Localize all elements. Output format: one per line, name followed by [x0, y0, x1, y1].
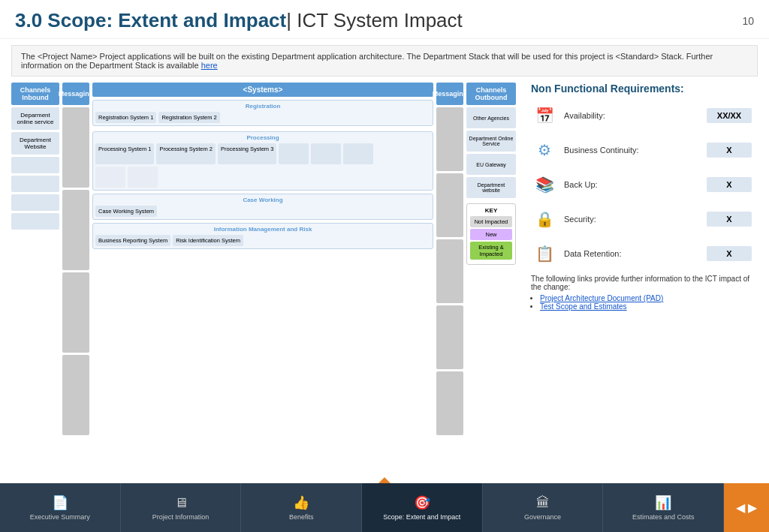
governance-icon: 🏛 [536, 495, 550, 511]
processing-section: Processing Processing System 1 Processin… [92, 131, 433, 191]
intro-link[interactable]: here [201, 61, 218, 70]
channel-item-5 [11, 194, 59, 211]
security-value: X [707, 212, 752, 227]
executive-summary-icon: 📄 [52, 494, 68, 511]
availability-icon: 📅 [531, 102, 558, 129]
bottom-nav: 📄 Executive Summary 🖥 Project Informatio… [0, 483, 769, 532]
nav-estimates[interactable]: 📊 Estimates and Costs [603, 483, 724, 532]
nfr-security: 🔒 Security: X [531, 206, 752, 233]
caseworking-section: Case Working Case Working System [92, 194, 433, 220]
imr-label: Information Management and Risk [95, 226, 430, 233]
proc-empty-3 [343, 143, 373, 164]
channels-inbound: Channels Inbound Deparment online servic… [11, 83, 59, 435]
outbound-agencies: Other Agencies [466, 107, 516, 128]
availability-label: Availability: [564, 111, 701, 120]
intro-section: The <Project Name> Project applications … [11, 45, 758, 77]
intro-text: The <Project Name> Project applications … [21, 52, 713, 70]
registration-section: Registration Registration System 1 Regis… [92, 100, 433, 126]
backup-label: Back Up: [564, 180, 701, 189]
key-existing-impacted: Existing & Impacted [470, 242, 512, 260]
availability-value: XX/XX [707, 108, 752, 123]
security-label: Security: [564, 215, 701, 224]
nfr-panel: Non Functional Requirements: 📅 Availabil… [525, 83, 758, 435]
out-msg-block-3 [436, 239, 463, 303]
nav-project-information[interactable]: 🖥 Project Information [121, 483, 242, 532]
messaging-block-1 [62, 107, 89, 188]
title-normal: ICT System Impact [291, 9, 463, 32]
business-continuity-label: Business Continuity: [564, 146, 701, 155]
caseworking-label: Case Working [95, 197, 430, 203]
proc-empty-2 [311, 143, 341, 164]
title-bold: 3.0 Scope: Extent and Impact [15, 9, 286, 32]
nav-governance-label: Governance [524, 513, 561, 521]
benefits-icon: 👍 [293, 494, 309, 511]
data-retention-icon: 📋 [531, 240, 558, 267]
key-not-impacted: Not Impacted [470, 216, 512, 227]
nav-executive-summary[interactable]: 📄 Executive Summary [0, 483, 121, 532]
processing-items: Processing System 1 Processing System 2 … [95, 143, 430, 164]
nfr-backup: 📚 Back Up: X [531, 171, 752, 198]
processing-label: Processing [95, 134, 430, 141]
outbound-area: Messaging Channels Outbound Other Agenci… [436, 83, 519, 435]
business-continuity-icon: ⚙ [531, 137, 558, 164]
next-arrow[interactable]: ▶ [748, 500, 757, 515]
nfr-links: The following links provide further info… [531, 275, 752, 311]
data-retention-label: Data Retention: [564, 249, 701, 258]
nfr-availability: 📅 Availability: XX/XX [531, 102, 752, 129]
messaging-left-header: Messaging [62, 83, 89, 105]
proc-sys-1: Processing System 1 [95, 143, 154, 164]
page-header: 3.0 Scope: Extent and Impact| ICT System… [0, 0, 769, 39]
pad-link[interactable]: Project Architecture Document (PAD) [540, 294, 663, 302]
channel-item-1: Deparment online service [11, 107, 59, 130]
channels-outbound-header: Channels Outbound [466, 83, 516, 105]
channel-item-2: Department Website [11, 132, 59, 155]
risk-id: Risk Identification System [173, 235, 243, 246]
messaging-block-3 [62, 272, 89, 353]
systems-header: <Systems> [92, 83, 433, 97]
test-scope-link[interactable]: Test Scope and Estimates [540, 302, 627, 311]
nav-scope-label: Scope: Extent and Impact [383, 513, 460, 521]
nfr-data-retention: 📋 Data Retention: X [531, 240, 752, 267]
biz-reporting: Business Reporting System [95, 235, 170, 246]
backup-value: X [707, 177, 752, 192]
case-sys-1: Case Working System [95, 206, 157, 217]
imr-items: Business Reporting System Risk Identific… [95, 235, 430, 246]
prev-arrow[interactable]: ◀ [736, 500, 745, 515]
channel-item-4 [11, 176, 59, 192]
backup-icon: 📚 [531, 171, 558, 198]
data-retention-value: X [707, 246, 752, 261]
key-new: New [470, 229, 512, 240]
proc-empty-5 [128, 167, 158, 188]
reg-sys-2: Registration System 2 [158, 112, 219, 123]
page-title: 3.0 Scope: Extent and Impact| ICT System… [15, 9, 463, 32]
nfr-title: Non Functional Requirements: [531, 83, 752, 95]
nav-benefits[interactable]: 👍 Benefits [241, 483, 362, 532]
nav-estimates-label: Estimates and Costs [632, 513, 695, 521]
scope-icon: 🎯 [414, 494, 430, 511]
main-content: Channels Inbound Deparment online servic… [11, 83, 758, 435]
caseworking-items: Case Working System [95, 206, 430, 217]
processing-row2 [95, 167, 430, 188]
key-title: KEY [470, 207, 512, 214]
title-separator: | [286, 9, 291, 32]
imr-section: Information Management and Risk Business… [92, 223, 433, 249]
nav-arrows[interactable]: ◀ ▶ [724, 483, 769, 532]
messaging-block-2 [62, 190, 89, 270]
out-msg-block-4 [436, 305, 463, 369]
nav-scope[interactable]: 🎯 Scope: Extent and Impact [362, 483, 483, 532]
nav-project-info-label: Project Information [152, 513, 210, 521]
nav-executive-summary-label: Executive Summary [30, 513, 90, 521]
proc-sys-3: Processing System 3 [218, 143, 276, 164]
channel-item-3 [11, 157, 59, 173]
nav-benefits-label: Benefits [289, 513, 314, 521]
key-box: KEY Not Impacted New Existing & Impacted [466, 203, 516, 265]
outbound-dept-online: Department Online Service [466, 131, 516, 152]
security-icon: 🔒 [531, 206, 558, 233]
out-msg-block-2 [436, 173, 463, 237]
nav-governance[interactable]: 🏛 Governance [483, 483, 604, 532]
reg-sys-1: Registration System 1 [95, 112, 156, 123]
diagram-area: Channels Inbound Deparment online servic… [11, 83, 519, 435]
nfr-links-text: The following links provide further info… [531, 275, 752, 291]
messaging-left: Messaging [62, 83, 89, 435]
outbound-dept-website: Department website [466, 177, 516, 198]
